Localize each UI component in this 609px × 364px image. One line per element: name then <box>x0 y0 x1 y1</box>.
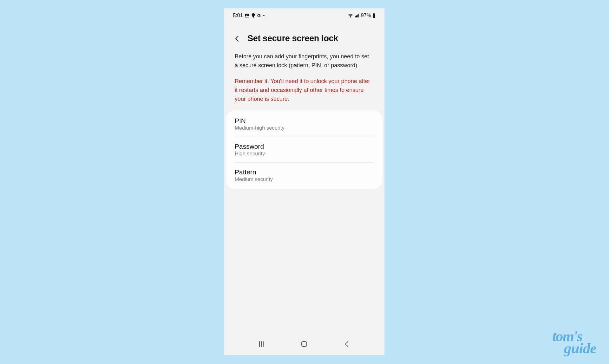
svg-rect-6 <box>357 15 358 17</box>
svg-rect-13 <box>302 341 307 347</box>
lock-options-list: PIN Medium-high security Password High s… <box>226 110 383 189</box>
svg-text:G: G <box>257 13 261 18</box>
description-text: Before you can add your fingerprints, yo… <box>224 48 384 70</box>
google-icon: G <box>257 13 261 18</box>
option-password[interactable]: Password High security <box>235 137 374 163</box>
svg-point-1 <box>247 15 248 16</box>
svg-point-3 <box>263 15 265 16</box>
battery-icon <box>372 13 376 18</box>
svg-rect-4 <box>355 16 356 17</box>
option-pattern[interactable]: Pattern Medium security <box>235 163 374 188</box>
svg-rect-5 <box>356 16 357 18</box>
nav-home[interactable] <box>295 341 314 348</box>
status-time: 5:01 <box>233 12 243 19</box>
chevron-left-icon <box>234 35 241 42</box>
status-left: 5:01 G <box>233 12 265 19</box>
gallery-icon <box>245 13 250 18</box>
dot-icon <box>263 15 265 16</box>
phone-frame: 5:01 G 97% <box>224 8 384 355</box>
home-icon <box>301 341 308 348</box>
page-title: Set secure screen lock <box>247 34 338 43</box>
signal-icon <box>355 13 360 18</box>
bulb-icon <box>251 13 255 18</box>
option-title: Password <box>235 143 374 150</box>
option-title: Pattern <box>235 168 374 176</box>
svg-rect-9 <box>373 14 375 18</box>
back-icon <box>344 341 350 348</box>
option-subtitle: Medium-high security <box>235 125 374 131</box>
option-subtitle: Medium security <box>235 176 374 182</box>
wifi-icon <box>348 13 353 18</box>
recents-icon <box>258 341 265 348</box>
svg-rect-7 <box>358 14 359 18</box>
status-bar: 5:01 G 97% <box>224 8 384 21</box>
header: Set secure screen lock <box>224 21 384 48</box>
nav-back[interactable] <box>337 341 357 348</box>
svg-rect-8 <box>373 13 375 14</box>
battery-percent: 97% <box>361 13 371 18</box>
option-pin[interactable]: PIN Medium-high security <box>235 111 374 137</box>
option-subtitle: High security <box>235 151 374 157</box>
nav-recents[interactable] <box>252 341 271 348</box>
status-right: 97% <box>348 13 376 18</box>
nav-bar <box>224 336 384 355</box>
back-button[interactable] <box>233 34 242 43</box>
option-title: PIN <box>235 117 374 125</box>
watermark: tom's guide <box>552 330 596 354</box>
warning-text: Remember it. You'll need it to unlock yo… <box>224 70 384 104</box>
